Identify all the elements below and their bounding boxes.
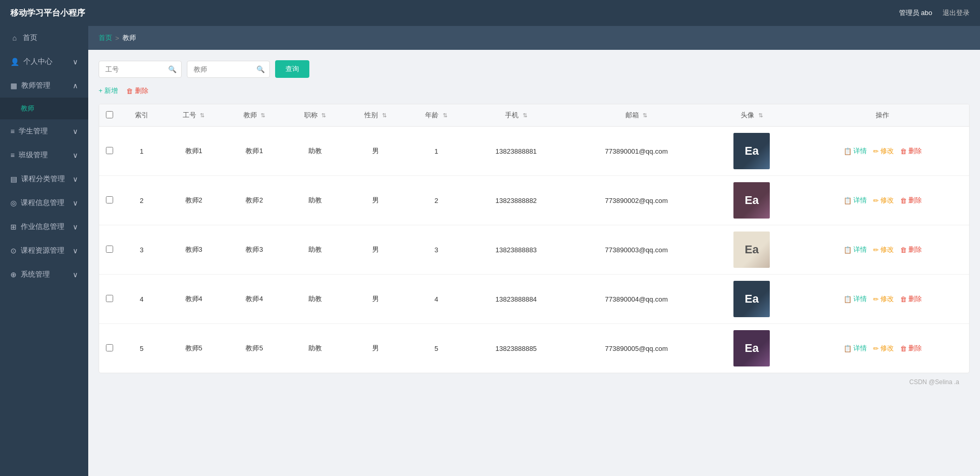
- cell-action: 📋 详情 ✏ 修改 🗑 删除: [796, 127, 969, 176]
- th-gender[interactable]: 性别 ⇅: [345, 104, 406, 127]
- table-row: 1 教师1 教师1 助教 男 1 13823888881 773890001@q…: [99, 127, 969, 176]
- th-action: 操作: [796, 104, 969, 127]
- teacher-name-search-wrap: 🔍: [187, 61, 270, 78]
- th-phone[interactable]: 手机 ⇅: [467, 104, 565, 127]
- main-content: 首页 > 教师 🔍 🔍 查询 + 新增 🗑: [88, 26, 980, 476]
- edit-icon: ✏: [873, 345, 879, 352]
- search-bar: 🔍 🔍 查询: [99, 60, 970, 78]
- detail-button[interactable]: 📋 详情: [843, 294, 867, 304]
- top-navbar: 移动学习平台小程序 管理员 abo 退出登录: [0, 0, 980, 26]
- breadcrumb: 首页 > 教师: [88, 26, 980, 50]
- batch-delete-label: 删除: [135, 86, 148, 96]
- edit-icon: ✏: [873, 246, 879, 254]
- toolbar: + 新增 🗑 删除: [99, 86, 970, 96]
- user-area: 管理员 abo 退出登录: [899, 8, 970, 18]
- delete-button[interactable]: 🗑 删除: [900, 294, 922, 304]
- cell-name: 教师4: [224, 275, 285, 324]
- sidebar-item-homework[interactable]: ⊞ 作业信息管理 ∨: [0, 215, 88, 239]
- detail-label: 详情: [853, 146, 867, 156]
- th-job-id[interactable]: 工号 ⇅: [164, 104, 224, 127]
- delete-button[interactable]: 🗑 删除: [900, 146, 922, 156]
- detail-label: 详情: [853, 294, 867, 304]
- th-avatar[interactable]: 头像 ⇅: [707, 104, 796, 127]
- sidebar-item-personal[interactable]: 👤 个人中心 ∨: [0, 50, 88, 74]
- edit-button[interactable]: ✏ 修改: [873, 344, 894, 353]
- homework-icon: ⊞: [10, 223, 17, 231]
- edit-label: 修改: [880, 294, 894, 304]
- row-checkbox[interactable]: [106, 246, 113, 253]
- table-row: 5 教师5 教师5 助教 男 5 13823888885 773890005@q…: [99, 324, 969, 373]
- th-title[interactable]: 职称 ⇅: [284, 104, 345, 127]
- delete-button[interactable]: 🗑 删除: [900, 245, 922, 254]
- sidebar-item-resource[interactable]: ⊙ 课程资源管理 ∨: [0, 239, 88, 263]
- detail-button[interactable]: 📋 详情: [843, 344, 867, 353]
- delete-icon: 🗑: [126, 87, 133, 95]
- edit-button[interactable]: ✏ 修改: [873, 245, 894, 254]
- th-index: 索引: [120, 104, 164, 127]
- detail-button[interactable]: 📋 详情: [843, 146, 867, 156]
- del-label: 删除: [908, 294, 922, 304]
- chevron-down-icon7: ∨: [73, 270, 78, 279]
- detail-button[interactable]: 📋 详情: [843, 196, 867, 205]
- chevron-icon: ∨: [73, 58, 78, 66]
- cell-index: 5: [120, 324, 164, 373]
- edit-button[interactable]: ✏ 修改: [873, 294, 894, 304]
- delete-button[interactable]: 🗑 删除: [900, 344, 922, 353]
- chevron-down-icon2: ∨: [73, 151, 78, 159]
- cell-age: 3: [406, 225, 467, 275]
- cell-avatar: Ea: [707, 225, 796, 275]
- row-checkbox[interactable]: [106, 196, 113, 203]
- cell-phone: 13823888885: [467, 324, 565, 373]
- cell-action: 📋 详情 ✏ 修改 🗑 删除: [796, 176, 969, 225]
- detail-button[interactable]: 📋 详情: [843, 245, 867, 254]
- edit-button[interactable]: ✏ 修改: [873, 196, 894, 205]
- chevron-up-icon: ∧: [73, 81, 78, 90]
- sidebar-item-course-info[interactable]: ◎ 课程信息管理 ∨: [0, 191, 88, 215]
- cell-title: 助教: [284, 127, 345, 176]
- edit-label: 修改: [880, 344, 894, 353]
- cell-email: 773890003@qq.com: [566, 225, 707, 275]
- row-checkbox[interactable]: [106, 344, 113, 351]
- avatar: Ea: [733, 232, 770, 268]
- th-age[interactable]: 年龄 ⇅: [406, 104, 467, 127]
- row-checkbox[interactable]: [106, 147, 113, 154]
- row-checkbox[interactable]: [106, 295, 113, 302]
- chevron-down-icon5: ∨: [73, 223, 78, 231]
- sidebar-item-teacher[interactable]: 教师: [0, 98, 88, 119]
- edit-button[interactable]: ✏ 修改: [873, 146, 894, 156]
- sidebar-item-student-mgmt[interactable]: ≡ 学生管理 ∨: [0, 119, 88, 143]
- sidebar-item-teacher-mgmt[interactable]: ▦ 教师管理 ∧: [0, 74, 88, 98]
- avatar: Ea: [733, 182, 770, 219]
- delete-button[interactable]: 🗑 删除: [900, 196, 922, 205]
- chevron-down-icon3: ∨: [73, 175, 78, 183]
- edit-label: 修改: [880, 196, 894, 205]
- th-name[interactable]: 教师 ⇅: [224, 104, 285, 127]
- batch-delete-button[interactable]: 🗑 删除: [126, 86, 148, 96]
- cell-checkbox: [99, 225, 120, 275]
- system-icon: ⊕: [10, 270, 17, 279]
- cell-gender: 男: [345, 324, 406, 373]
- cell-age: 5: [406, 324, 467, 373]
- teacher-mgmt-icon: ▦: [10, 81, 17, 90]
- cell-job-id: 教师5: [164, 324, 224, 373]
- sidebar-course-info-label: 课程信息管理: [21, 198, 64, 208]
- search-button[interactable]: 查询: [275, 60, 309, 78]
- select-all-checkbox[interactable]: [106, 111, 113, 118]
- del-icon: 🗑: [900, 147, 907, 155]
- sidebar: ⌂ 首页 👤 个人中心 ∨ ▦ 教师管理 ∧ 教师 ≡ 学生管理 ∨: [0, 26, 88, 476]
- avatar: Ea: [733, 330, 770, 366]
- breadcrumb-home[interactable]: 首页: [99, 33, 112, 43]
- th-email[interactable]: 邮箱 ⇅: [566, 104, 707, 127]
- sidebar-item-course-cat[interactable]: ▤ 课程分类管理 ∨: [0, 167, 88, 191]
- detail-icon: 📋: [843, 147, 852, 155]
- add-button[interactable]: + 新增: [99, 86, 118, 96]
- sidebar-item-system[interactable]: ⊕ 系统管理 ∨: [0, 263, 88, 287]
- cell-name: 教师1: [224, 127, 285, 176]
- search-icon-name: 🔍: [256, 65, 265, 73]
- sidebar-item-home[interactable]: ⌂ 首页: [0, 26, 88, 50]
- sidebar-item-class-mgmt[interactable]: ≡ 班级管理 ∨: [0, 143, 88, 167]
- breadcrumb-current: 教师: [122, 33, 136, 43]
- logout-button[interactable]: 退出登录: [943, 8, 970, 18]
- sidebar-system-label: 系统管理: [21, 270, 50, 279]
- cell-checkbox: [99, 275, 120, 324]
